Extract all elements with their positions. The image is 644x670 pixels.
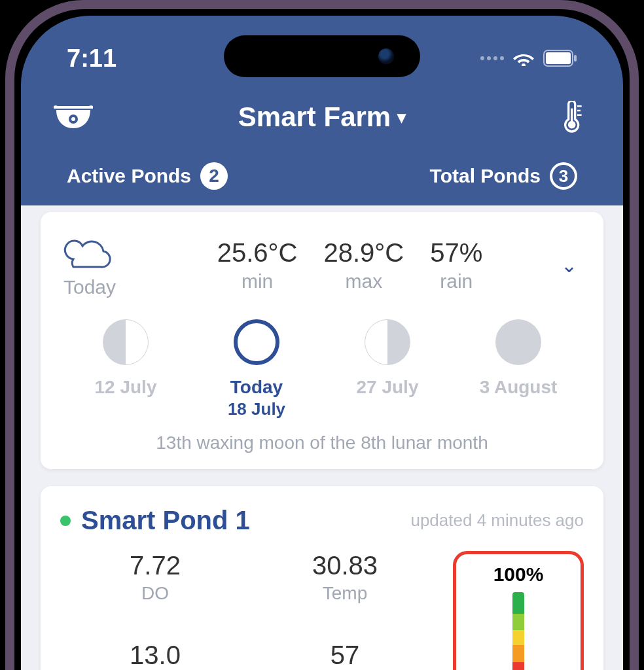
status-bar: 7:11 [21, 42, 623, 75]
status-dot-icon [60, 516, 71, 526]
svg-point-4 [71, 117, 75, 121]
moon-item-12jul[interactable]: 12 July [63, 319, 188, 399]
weather-card: Today 25.6°Cmin 28.9°Cmax 57%rain ⌄ 12 J… [41, 212, 603, 469]
wifi-icon [513, 50, 534, 66]
caret-down-icon: ▾ [397, 107, 406, 128]
salinity-value: 13.0 [60, 641, 250, 670]
screen: 7:11 Smart Farm ▾ Active Ponds 2 Total P… [21, 16, 623, 670]
app-header: Smart Farm ▾ [21, 88, 623, 147]
moon-description: 13th waxing moon of the 8th lunar month [60, 432, 584, 453]
total-ponds-label: Total Ponds [430, 165, 541, 187]
pond-metrics: 7.72DO 30.83Temp 13.0Salinity 57DoC [60, 551, 440, 670]
weather-min-value: 25.6°C [217, 238, 298, 268]
pond-stats-row: Active Ponds 2 Total Ponds 3 [21, 156, 623, 196]
weather-min-label: min [217, 270, 298, 292]
svg-point-5 [568, 121, 576, 129]
moon-item-today[interactable]: Today18 July [194, 319, 319, 419]
active-ponds[interactable]: Active Ponds 2 [67, 162, 228, 190]
content-area: Today 25.6°Cmin 28.9°Cmax 57%rain ⌄ 12 J… [21, 205, 623, 670]
weather-today-label: Today [60, 276, 119, 298]
temp-label: Temp [250, 583, 440, 604]
do-value: 7.72 [60, 551, 250, 580]
total-ponds[interactable]: Total Ponds 3 [430, 162, 577, 190]
temp-value: 30.83 [250, 551, 440, 580]
active-ponds-count: 2 [200, 162, 228, 190]
weather-icon [60, 232, 119, 271]
moon-item-27jul[interactable]: 27 July [325, 319, 450, 399]
doc-value: 57 [250, 641, 440, 670]
moon-phase-icon [495, 319, 541, 365]
weather-rain-label: rain [430, 270, 482, 292]
farm-title: Smart Farm [238, 101, 391, 133]
moon-row: 12 July Today18 July 27 July 3 August [60, 319, 584, 419]
weather-max-label: max [323, 270, 404, 292]
pond-title: Smart Pond 1 [81, 506, 410, 535]
do-label: DO [60, 583, 250, 604]
svg-rect-6 [571, 109, 573, 122]
pond-updated: updated 4 minutes ago [410, 510, 584, 531]
chevron-down-icon[interactable]: ⌄ [554, 247, 584, 283]
battery-icon [543, 50, 577, 67]
moon-phase-icon [103, 319, 149, 365]
moon-phase-icon [365, 319, 410, 365]
svg-rect-1 [546, 52, 571, 64]
camera-icon[interactable] [54, 101, 93, 133]
moon-item-3aug[interactable]: 3 August [456, 319, 581, 399]
farm-selector[interactable]: Smart Farm ▾ [238, 101, 406, 133]
svg-rect-2 [574, 55, 577, 62]
moon-phase-icon [234, 319, 279, 365]
thermometer-icon[interactable] [551, 101, 590, 133]
weather-max-value: 28.9°C [323, 238, 404, 268]
weather-rain-value: 57% [430, 238, 482, 268]
gauge-bar [512, 592, 524, 670]
feed-gauge: 100% 51 [453, 551, 584, 670]
gauge-top-label: 100% [464, 563, 573, 586]
cell-dots-icon [480, 56, 504, 60]
active-ponds-label: Active Ponds [67, 165, 191, 187]
pond-card[interactable]: Smart Pond 1 updated 4 minutes ago 7.72D… [41, 486, 603, 670]
total-ponds-count: 3 [550, 162, 577, 190]
phone-frame: 7:11 Smart Farm ▾ Active Ponds 2 Total P… [5, 0, 639, 670]
status-time: 7:11 [67, 44, 116, 73]
